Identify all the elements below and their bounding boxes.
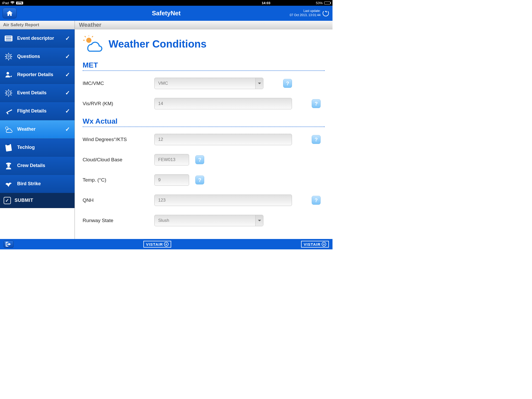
svg-rect-1: [6, 37, 11, 37]
check-icon: ✓: [65, 71, 70, 78]
input-value: 12: [158, 137, 163, 142]
sidebar-item-label: Event Details: [17, 90, 46, 96]
sidebar-item-label: Bird Strike: [17, 181, 41, 187]
sidebar-item-label: Crew Details: [17, 163, 45, 168]
sidebar-item-label: Questions: [17, 54, 40, 59]
device-label: iPad: [2, 1, 9, 5]
battery-icon: [324, 2, 330, 4]
svg-text:?: ?: [8, 55, 10, 59]
svg-point-13: [7, 164, 10, 167]
plane-circle-icon: ✈: [322, 242, 326, 247]
refresh-button[interactable]: [323, 10, 329, 16]
divider: [83, 70, 325, 71]
divider: [83, 127, 325, 127]
last-update-label: Last update:: [290, 9, 321, 13]
sidebar-item-reporter-details[interactable]: Reporter Details ✓: [0, 66, 75, 84]
check-icon: ✓: [65, 35, 70, 42]
sidebar-item-label: Reporter Details: [17, 72, 53, 77]
label-vis-rvr: Vis/RVR (KM): [83, 101, 154, 107]
select-value: VMC: [158, 81, 168, 86]
wifi-icon: [10, 1, 15, 4]
help-button[interactable]: ?: [283, 79, 292, 88]
help-button[interactable]: ?: [195, 155, 204, 164]
ios-status-bar: iPad VPN 14:03 53%: [0, 0, 332, 6]
chevron-down-icon: [255, 78, 263, 89]
sidebar-item-questions[interactable]: ? Questions ✓: [0, 48, 75, 66]
select-imc-vmc[interactable]: VMC: [154, 78, 263, 89]
plane-circle-icon: ✈: [164, 242, 169, 247]
brand-logo: VISTAIR ✈: [301, 241, 329, 248]
svg-point-9: [5, 127, 8, 129]
svg-point-14: [86, 38, 91, 43]
event-burst-icon: !: [4, 89, 14, 97]
sidebar-submit[interactable]: ✓ SUBMIT: [0, 193, 75, 208]
input-temp[interactable]: 9: [154, 174, 189, 186]
sidebar-item-label: Techlog: [17, 145, 35, 150]
home-icon: [6, 10, 13, 16]
help-button[interactable]: ?: [312, 135, 321, 144]
svg-rect-3: [6, 40, 11, 40]
label-imc-vmc: IMC/VMC: [83, 81, 154, 86]
sidebar-item-bird-strike[interactable]: Bird Strike: [0, 175, 75, 193]
check-icon: ✓: [65, 108, 70, 115]
input-qnh[interactable]: 123: [154, 195, 292, 206]
section-title: Weather: [75, 21, 332, 29]
sidebar-item-crew-details[interactable]: Crew Details: [0, 157, 75, 175]
input-wind[interactable]: 12: [154, 134, 292, 145]
sidebar-item-weather[interactable]: Weather ✓: [0, 120, 75, 138]
question-burst-icon: ?: [4, 53, 14, 61]
help-button[interactable]: ?: [312, 99, 321, 108]
sidebar-item-label: Weather: [17, 127, 36, 132]
list-icon: [4, 36, 14, 41]
crew-icon: [4, 162, 14, 169]
input-value: 14: [158, 101, 163, 106]
sidebar-item-event-details[interactable]: ! Event Details ✓: [0, 84, 75, 102]
home-button[interactable]: [3, 8, 17, 18]
svg-point-6: [6, 72, 9, 75]
page-title: Weather Conditions: [109, 38, 207, 50]
main-panel: Weather Weather Conditions MET IMC/VMC: [75, 21, 332, 239]
logout-icon: [6, 242, 11, 247]
check-icon: ✓: [65, 126, 70, 133]
sidebar-item-label: Flight Details: [17, 108, 46, 114]
label-temp: Temp. (°C): [83, 177, 154, 183]
clipboard-icon: [4, 144, 14, 151]
bottom-bar: VISTAIR ✈ VISTAIR ✈: [0, 239, 332, 249]
sidebar-item-techlog[interactable]: Techlog: [0, 138, 75, 157]
help-button[interactable]: ?: [195, 176, 204, 184]
app-title: SafetyNet: [152, 10, 181, 17]
bird-icon: [4, 181, 14, 187]
reporter-icon: [4, 71, 14, 78]
label-qnh: QNH: [83, 197, 154, 203]
weather-icon: [4, 126, 14, 133]
input-vis-rvr[interactable]: 14: [154, 98, 292, 109]
svg-point-12: [6, 163, 11, 165]
clock: 14:03: [262, 1, 270, 5]
vpn-badge: VPN: [16, 2, 23, 4]
check-icon: ✓: [65, 53, 70, 60]
submit-label: SUBMIT: [15, 198, 33, 203]
sidebar-title: Air Safety Report: [0, 21, 75, 29]
label-wind: Wind Degrees°/KTS: [83, 137, 154, 142]
sidebar: Air Safety Report Event descriptor ✓ ? Q…: [0, 21, 75, 239]
sidebar-item-flight-details[interactable]: Flight Details ✓: [0, 102, 75, 120]
svg-text:!: !: [8, 91, 9, 95]
battery-percent: 53%: [316, 1, 323, 5]
weather-hero-icon: [83, 36, 104, 52]
last-update-value: 07 Oct 2013, 13:01:44: [290, 13, 321, 17]
select-runway-state[interactable]: Slush: [154, 215, 263, 226]
check-icon: ✓: [65, 90, 70, 96]
label-runway-state: Runway State: [83, 218, 154, 223]
select-value: Slush: [158, 218, 169, 223]
input-value: 123: [158, 198, 165, 203]
svg-line-17: [85, 36, 86, 37]
help-button[interactable]: ?: [312, 196, 321, 205]
app-titlebar: SafetyNet Last update: 07 Oct 2013, 13:0…: [0, 6, 332, 21]
sidebar-item-event-descriptor[interactable]: Event descriptor ✓: [0, 29, 75, 48]
logout-button[interactable]: [4, 241, 14, 248]
input-cloud[interactable]: FEW013: [154, 154, 189, 165]
checkbox-icon: ✓: [4, 197, 11, 204]
label-cloud: Cloud/Cloud Base: [83, 157, 154, 163]
brand-text: VISTAIR: [146, 242, 163, 247]
brand-logo: VISTAIR ✈: [143, 241, 171, 248]
